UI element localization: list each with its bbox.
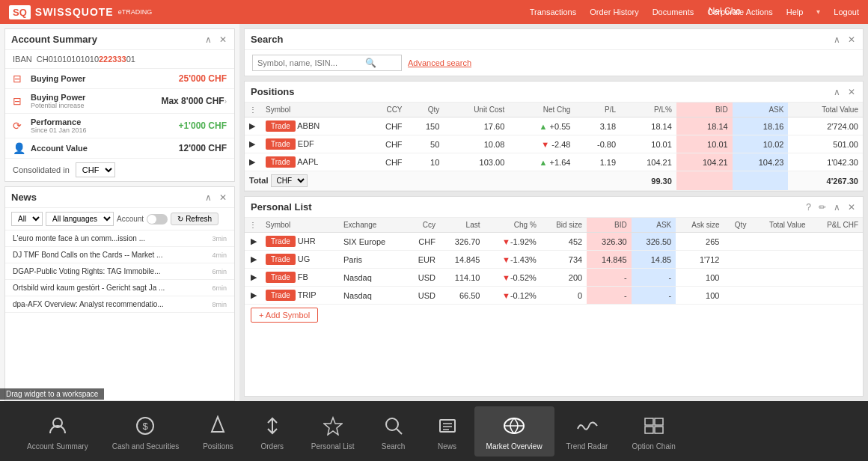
news-close[interactable]: ✕	[218, 192, 228, 203]
positions-header: Positions ∧ ✕	[245, 82, 863, 103]
row-pl: 1.19	[575, 153, 620, 171]
consolidated-currency-select[interactable]: CHF	[76, 162, 115, 177]
cash-taskbar-icon: $	[130, 412, 160, 439]
pl-ask: 326.50	[632, 233, 676, 251]
news-filter-lang[interactable]: All languages	[46, 212, 114, 226]
bottom-taskbar: Account Summary $ Cash and Securities Po…	[0, 401, 868, 461]
personal-list-minimize[interactable]: ∧	[832, 202, 842, 213]
news-item[interactable]: DJ TMF Bond Calls on the Cards -- Market…	[5, 247, 234, 263]
taskbar-trend-radar[interactable]: Trend Radar	[554, 412, 620, 451]
row-expand[interactable]: ▶	[245, 135, 261, 153]
pl-col-chg: Chg %	[484, 218, 540, 233]
search-controls: ∧ ✕	[832, 34, 857, 45]
advanced-search-link[interactable]: Advanced search	[408, 58, 471, 67]
taskbar-account-summary[interactable]: Account Summary	[15, 412, 100, 451]
personal-list-close[interactable]: ✕	[846, 202, 857, 213]
taskbar-cash-securities[interactable]: $ Cash and Securities	[100, 412, 192, 451]
pl-last: 114.10	[440, 269, 485, 287]
trade-button[interactable]: Trade	[266, 120, 296, 132]
pl-expand[interactable]: ▶	[245, 269, 261, 287]
trade-button[interactable]: Trade	[266, 290, 296, 301]
pl-col-bid: BID	[587, 218, 632, 233]
consolidated-row: Consolidated in CHF	[5, 159, 234, 181]
svg-rect-15	[645, 427, 653, 433]
performance-value: +1'000 CHF	[178, 120, 227, 131]
account-summary-widget: Account Summary ∧ ✕ IBAN CH0101010101022…	[4, 28, 235, 182]
news-item[interactable]: Ortsbild wird kaum gestört - Gericht sag…	[5, 280, 234, 296]
nav-logout[interactable]: Logout	[834, 7, 859, 16]
search-minimize[interactable]: ∧	[832, 34, 842, 45]
nav-documents[interactable]: Documents	[652, 7, 694, 16]
nav-help[interactable]: Help	[786, 7, 804, 16]
news-minimize[interactable]: ∧	[204, 192, 213, 203]
news-item[interactable]: dpa-AFX Overview: Analyst recommendatio.…	[5, 296, 234, 313]
taskbar-search[interactable]: Search	[367, 412, 421, 451]
down-arrow-icon: ▼	[541, 140, 549, 149]
news-item[interactable]: L'euro monte face à un comm...ission ...…	[5, 230, 234, 247]
account-summary-title: Account Summary	[11, 34, 97, 45]
account-summary-minimize[interactable]: ∧	[204, 34, 213, 45]
pl-pl	[810, 233, 863, 251]
search-input[interactable]	[257, 58, 362, 67]
pl-symbol: Trade UHR	[261, 233, 339, 251]
row-expand[interactable]: ▶	[245, 117, 261, 135]
account-summary-close[interactable]: ✕	[218, 34, 228, 45]
news-filter-all[interactable]: All	[11, 212, 43, 226]
row-pl-pct: 104.21	[620, 153, 676, 171]
positions-total-row: Total CHF 99.30 4'267.30	[245, 171, 863, 191]
top-nav-links: Transactions Order History Documents Cor…	[530, 7, 859, 16]
pl-expand[interactable]: ▶	[245, 251, 261, 269]
positions-close[interactable]: ✕	[846, 87, 857, 97]
pl-col-last: Last	[440, 218, 485, 233]
row-qty: 10	[407, 153, 444, 171]
news-refresh-btn[interactable]: ↻ Refresh	[171, 213, 218, 225]
pl-col-ask-size: Ask size	[676, 218, 724, 233]
taskbar-option-chain[interactable]: Option Chain	[620, 412, 687, 451]
row-expand[interactable]: ▶	[245, 153, 261, 171]
news-account-toggle[interactable]	[147, 214, 168, 225]
pl-pl	[810, 287, 863, 305]
buying-power-expand[interactable]: ›	[224, 97, 227, 106]
trade-button[interactable]: Trade	[266, 272, 296, 283]
trade-button[interactable]: Trade	[266, 254, 296, 265]
news-item[interactable]: DGAP-Public Voting Rights: TAG Immobile.…	[5, 263, 234, 280]
trade-button[interactable]: Trade	[266, 156, 296, 168]
pl-ask: 14.85	[632, 251, 676, 269]
news-toggle-knob	[147, 215, 156, 224]
trade-button[interactable]: Trade	[266, 236, 296, 247]
news-controls: ∧ ✕	[204, 192, 228, 203]
nav-transactions[interactable]: Transactions	[530, 7, 577, 16]
row-bid: 104.21	[676, 153, 733, 171]
positions-taskbar-icon	[203, 412, 233, 439]
search-close[interactable]: ✕	[846, 34, 857, 45]
taskbar-news[interactable]: News	[421, 412, 474, 451]
pl-expand[interactable]: ▶	[245, 287, 261, 305]
buying-power-label: Buying Power	[31, 74, 179, 83]
positions-minimize[interactable]: ∧	[832, 87, 842, 97]
taskbar-label: News	[438, 442, 456, 451]
add-symbol-button[interactable]: + Add Symbol	[251, 308, 318, 323]
personal-list-help[interactable]: ?	[804, 202, 813, 213]
row-unit-cost: 17.60	[444, 117, 509, 135]
news-item-text: Ortsbild wird kaum gestört - Gericht sag…	[13, 284, 204, 292]
personal-list-edit[interactable]: ✏	[817, 202, 828, 213]
col-pl-pct: P/L%	[620, 103, 676, 117]
taskbar-orders[interactable]: Orders	[245, 412, 299, 451]
pl-col-bid-size: Bid size	[541, 218, 587, 233]
news-account-label: Account	[117, 215, 144, 223]
pl-bid: -	[587, 287, 632, 305]
trade-button[interactable]: Trade	[266, 138, 296, 150]
nav-order-history[interactable]: Order History	[590, 7, 638, 16]
positions-controls: ∧ ✕	[832, 87, 857, 97]
pl-total	[751, 287, 810, 305]
total-currency-select[interactable]: CHF	[271, 174, 308, 187]
pl-qty	[724, 269, 751, 287]
taskbar-label: Personal List	[311, 442, 355, 451]
position-row: ▶ Trade ABBN CHF 150 17.60 ▲ +0.55 3.18 …	[245, 117, 863, 135]
taskbar-market-overview[interactable]: Market Overview	[474, 406, 554, 457]
taskbar-positions[interactable]: Positions	[191, 412, 245, 451]
pl-bid-size: 200	[541, 269, 587, 287]
taskbar-personal-list[interactable]: Personal List	[299, 412, 367, 451]
pl-expand[interactable]: ▶	[245, 233, 261, 251]
pl-bid-size: 452	[541, 233, 587, 251]
